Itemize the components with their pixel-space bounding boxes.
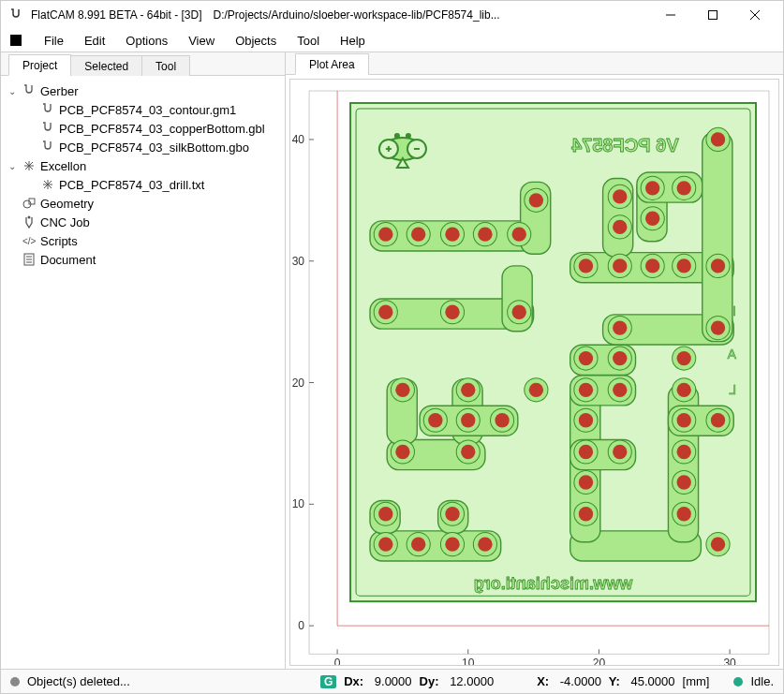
window-title: FlatCAM 8.991 BETA - 64bit - [3D] <box>31 8 202 22</box>
unit-label: [mm] <box>683 674 710 688</box>
svg-text:30: 30 <box>292 255 305 268</box>
svg-point-102 <box>677 475 691 489</box>
svg-point-162 <box>711 258 725 273</box>
close-button[interactable] <box>733 1 776 29</box>
svg-point-174 <box>529 193 543 207</box>
svg-point-154 <box>579 258 593 273</box>
svg-point-176 <box>613 220 627 234</box>
tree-item[interactable]: CNC Job <box>3 213 283 231</box>
tree-label: PCB_PCF8574_03_copperBottom.gbl <box>59 122 265 136</box>
svg-point-150 <box>613 320 627 334</box>
dy-label: Dy: <box>420 674 439 688</box>
y-label: Y: <box>609 674 620 688</box>
geom-icon <box>22 196 37 211</box>
menu-view[interactable]: View <box>179 32 224 50</box>
window-filepath: D:/Projects/Arduino/sloeber-workspace-li… <box>214 8 649 22</box>
tree-item[interactable]: Document <box>3 250 283 269</box>
svg-point-178 <box>613 189 627 203</box>
svg-point-126 <box>395 383 409 397</box>
svg-point-166 <box>411 227 425 241</box>
menu-tool[interactable]: Tool <box>288 32 329 50</box>
statusbar: Object(s) deleted... G Dx: 9.0000 Dy: 12… <box>1 669 783 693</box>
titlebar: FlatCAM 8.991 BETA - 64bit - [3D] D:/Pro… <box>1 1 783 29</box>
tree-item[interactable]: PCB_PCF8574_03_drill.txt <box>3 175 283 194</box>
tree-item[interactable]: ⌄Gerber <box>3 81 283 100</box>
svg-point-75 <box>407 134 410 138</box>
tab-selected[interactable]: Selected <box>70 55 142 76</box>
svg-point-158 <box>645 258 659 273</box>
idle-label: Idle. <box>750 674 774 688</box>
svg-point-90 <box>711 537 725 551</box>
svg-text:L: L <box>729 383 736 398</box>
script-icon: </> <box>22 233 37 248</box>
svg-point-128 <box>461 383 475 397</box>
tree-label: CNC Job <box>40 215 90 229</box>
status-message: Object(s) deleted... <box>27 674 130 688</box>
tab-tool[interactable]: Tool <box>141 55 190 76</box>
svg-point-184 <box>677 181 691 195</box>
svg-point-124 <box>711 413 725 427</box>
gerber-icon <box>40 140 55 155</box>
svg-text:10: 10 <box>462 657 475 665</box>
svg-point-92 <box>378 507 392 521</box>
tree-item[interactable]: PCB_PCF8574_03_silkBottom.gbo <box>3 138 283 156</box>
tree-item[interactable]: ⌄Excellon <box>3 156 283 175</box>
svg-point-160 <box>677 258 691 273</box>
tree-item[interactable]: PCB_PCF8574_03_copperBottom.gbl <box>3 119 283 138</box>
tree-item[interactable]: Geometry <box>3 194 283 213</box>
svg-text:A: A <box>727 347 736 362</box>
svg-text:40: 40 <box>292 133 305 146</box>
tab-plot-area[interactable]: Plot Area <box>295 53 369 75</box>
svg-rect-67 <box>703 132 732 341</box>
dx-value: 9.0000 <box>375 674 412 688</box>
svg-point-132 <box>579 383 593 397</box>
svg-point-140 <box>613 351 627 365</box>
menu-objects[interactable]: Objects <box>226 32 286 50</box>
right-panel: Plot Area 0102030400102030 V6 PCF8574www… <box>286 52 783 669</box>
svg-text:</>: </> <box>22 236 37 246</box>
svg-point-116 <box>461 413 475 427</box>
tree-item[interactable]: </>Scripts <box>3 231 283 250</box>
svg-point-98 <box>677 507 691 521</box>
svg-point-106 <box>461 445 475 459</box>
pcb-canvas[interactable]: 0102030400102030 V6 PCF8574www.mischiant… <box>290 80 778 665</box>
gerber-icon <box>40 102 55 117</box>
svg-text:20: 20 <box>593 657 606 665</box>
menu-file[interactable]: File <box>35 32 73 50</box>
plot-area[interactable]: 0102030400102030 V6 PCF8574www.mischiant… <box>289 79 779 666</box>
doc-icon <box>22 252 37 267</box>
tree-label: Document <box>40 253 96 267</box>
dx-label: Dx: <box>344 674 363 688</box>
maximize-button[interactable] <box>691 1 733 29</box>
svg-rect-4 <box>10 35 22 46</box>
svg-point-148 <box>512 305 526 319</box>
chevron-down-icon[interactable]: ⌄ <box>7 161 18 171</box>
tab-project[interactable]: Project <box>8 54 71 76</box>
app-icon <box>8 7 23 22</box>
svg-point-138 <box>579 351 593 365</box>
tree-label: Excellon <box>40 159 86 173</box>
tree-item[interactable]: PCB_PCF8574_03_contour.gm1 <box>3 100 283 119</box>
tree-label: Geometry <box>40 197 94 211</box>
menu-help[interactable]: Help <box>331 32 375 50</box>
app-menu-icon[interactable] <box>8 33 23 48</box>
tree-label: PCB_PCF8574_03_silkBottom.gbo <box>59 140 249 155</box>
svg-text:I: I <box>732 303 736 318</box>
drill-icon <box>22 158 37 173</box>
svg-point-84 <box>411 537 425 551</box>
svg-text:30: 30 <box>723 657 736 665</box>
grid-badge[interactable]: G <box>320 675 336 688</box>
menu-edit[interactable]: Edit <box>75 32 114 50</box>
project-tree[interactable]: ⌄GerberPCB_PCF8574_03_contour.gm1PCB_PCF… <box>1 76 285 669</box>
chevron-down-icon[interactable]: ⌄ <box>7 86 18 96</box>
svg-point-122 <box>677 413 691 427</box>
menubar: File Edit Options View Objects Tool Help <box>1 29 783 52</box>
tree-label: PCB_PCF8574_03_drill.txt <box>59 178 204 192</box>
minimize-button[interactable] <box>649 1 691 29</box>
svg-point-180 <box>645 212 659 226</box>
svg-point-104 <box>395 445 409 459</box>
svg-point-88 <box>478 537 492 551</box>
menu-options[interactable]: Options <box>116 32 177 50</box>
svg-point-164 <box>378 227 392 241</box>
tree-label: PCB_PCF8574_03_contour.gm1 <box>59 103 236 117</box>
